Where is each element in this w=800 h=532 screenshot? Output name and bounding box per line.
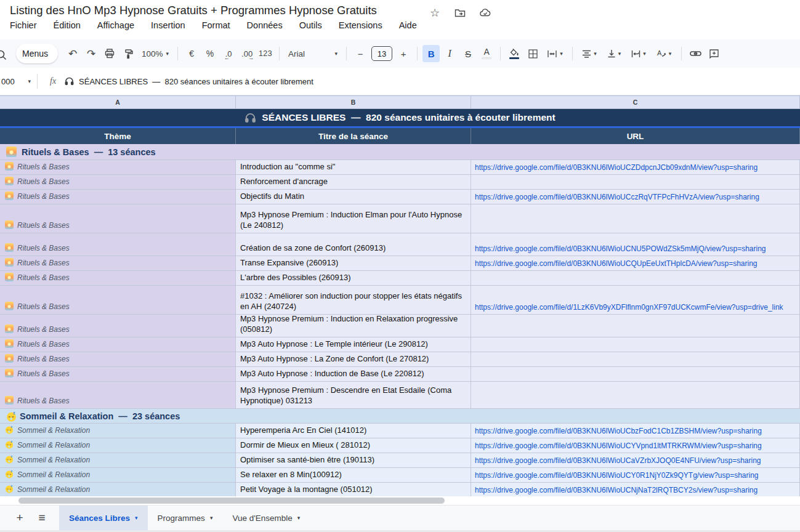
horizontal-align-button[interactable]: ▾ [578, 45, 601, 62]
theme-cell[interactable]: Rituels & Bases [0, 271, 236, 286]
url-cell[interactable]: https://drive.google.com/file/d/0B3KNU6l… [471, 468, 800, 483]
theme-cell[interactable]: Rituels & Bases [0, 367, 236, 382]
theme-cell[interactable]: Rituels & Bases [0, 352, 236, 367]
text-wrap-button[interactable]: ▾ [627, 45, 650, 62]
document-title[interactable]: Listing des HnO Mp3 Hypnose Gratuits + P… [10, 4, 377, 17]
menu-item-format[interactable]: Format [202, 20, 230, 30]
text-rotation-button[interactable]: A ▾ [652, 45, 676, 62]
drive-link[interactable]: https://drive.google.com/file/d/0B3KNU6l… [475, 163, 758, 172]
drive-link[interactable]: https://drive.google.com/file/d/0B3KNU6l… [475, 471, 759, 480]
theme-cell[interactable]: Rituels & Bases [0, 256, 236, 271]
column-header-a[interactable]: A [0, 96, 236, 108]
title-cell[interactable]: Introduction au "comme si" [236, 160, 471, 175]
all-sheets-button[interactable]: ≡ [33, 509, 51, 526]
section-header-sommeil[interactable]: zSommeil & Relaxation — 23 séances [0, 409, 800, 424]
title-cell[interactable]: Dormir de Mieux en Mieux ( 281012) [236, 438, 471, 453]
banner-row[interactable]: SÉANCES LIBRES — 820 séances unitaires à… [0, 109, 800, 126]
url-cell[interactable]: https://drive.google.com/file/d/1LzK6Vb9… [471, 286, 800, 315]
header-cell-titre-de-la-seance[interactable]: Titre de la séance [236, 128, 471, 144]
url-cell[interactable]: https://drive.google.com/file/d/0B3KNU6l… [471, 453, 800, 468]
number-format-button[interactable]: 123 [257, 45, 274, 62]
title-cell[interactable]: Création de sa zone de Confort (260913) [236, 233, 471, 256]
chevron-down-icon[interactable]: ▾ [210, 515, 213, 521]
increase-decimal-button[interactable]: .00→ [238, 45, 256, 62]
title-cell[interactable]: Renforcement d'ancrage [236, 175, 471, 190]
title-cell[interactable]: Mp3 Hypnose Premium : Descendre en Etat … [236, 382, 471, 409]
add-sheet-button[interactable]: + [11, 509, 28, 526]
theme-cell[interactable]: zSommeil & Relaxation [0, 483, 236, 498]
text-color-button[interactable]: A [478, 45, 495, 62]
url-cell[interactable] [471, 352, 800, 367]
title-cell[interactable]: L'arbre des Possibles (260913) [236, 271, 471, 286]
theme-cell[interactable]: zSommeil & Relaxation [0, 424, 236, 438]
format-currency-button[interactable]: € [183, 45, 200, 62]
increase-font-size-button[interactable]: + [395, 45, 412, 62]
theme-cell[interactable]: Rituels & Bases [0, 160, 236, 175]
vertical-align-button[interactable]: ▾ [602, 45, 626, 62]
url-cell[interactable]: https://drive.google.com/file/d/0B3KNU6l… [471, 438, 800, 453]
merge-cells-button[interactable]: ▾ [543, 45, 567, 62]
menu-item-affichage[interactable]: Affichage [97, 20, 134, 30]
title-cell[interactable]: Transe Expansive (260913) [236, 256, 471, 271]
horizontal-scrollbar[interactable] [18, 498, 445, 504]
url-cell[interactable] [471, 271, 800, 286]
borders-button[interactable] [524, 45, 541, 62]
drive-link[interactable]: https://drive.google.com/file/d/0B3KNU6l… [475, 486, 758, 495]
menus-pill-button[interactable]: Menus [16, 44, 58, 63]
theme-cell[interactable]: Rituels & Bases [0, 382, 236, 409]
italic-button[interactable]: I [441, 45, 458, 62]
theme-cell[interactable]: zSommeil & Relaxation [0, 468, 236, 483]
bold-button[interactable]: B [422, 45, 440, 62]
section-header-rituels[interactable]: Rituels & Bases — 13 séances [0, 144, 800, 160]
column-header-b[interactable]: B [236, 96, 471, 108]
title-cell[interactable]: Mp3 Auto Hypnose : La Zone de Confort (L… [236, 352, 471, 367]
insert-link-button[interactable] [687, 45, 704, 62]
drive-link[interactable]: https://drive.google.com/file/d/0B3KNU6l… [475, 193, 759, 202]
title-cell[interactable]: Mp3 Hypnose Premium : Induction Elman po… [236, 204, 471, 233]
sheet-tab-vue-d-ensemble[interactable]: Vue d'Ensemble▾ [222, 506, 310, 530]
url-cell[interactable]: https://drive.google.com/file/d/0B3KNU6l… [471, 160, 800, 175]
theme-cell[interactable]: Rituels & Bases [0, 337, 236, 352]
insert-comment-button[interactable] [705, 45, 722, 62]
theme-cell[interactable]: Rituels & Bases [0, 204, 236, 233]
url-cell[interactable]: https://drive.google.com/file/d/0B3KNU6l… [471, 190, 800, 204]
url-cell[interactable] [471, 315, 800, 337]
title-cell[interactable]: Mp3 Hypnose Premium : Induction en Relax… [236, 315, 471, 337]
chevron-down-icon[interactable]: ▾ [297, 515, 301, 521]
theme-cell[interactable]: Rituels & Bases [0, 233, 236, 256]
theme-cell[interactable]: Rituels & Bases [0, 175, 236, 190]
url-cell[interactable]: https://drive.google.com/file/d/0B3KNU6l… [471, 233, 800, 256]
drive-link[interactable]: https://drive.google.com/file/d/0B3KNU6l… [475, 441, 762, 451]
menu-item-fichier[interactable]: Fichier [10, 20, 37, 30]
drive-link[interactable]: https://drive.google.com/file/d/0B3KNU6l… [475, 244, 766, 254]
theme-cell[interactable]: Rituels & Bases [0, 190, 236, 204]
url-cell[interactable] [471, 337, 800, 352]
fill-color-button[interactable] [506, 45, 523, 62]
title-cell[interactable]: Hyperemperia Arc En Ciel (141012) [236, 424, 471, 438]
url-cell[interactable] [471, 382, 800, 409]
menu-item-insertion[interactable]: Insertion [151, 20, 185, 30]
strikethrough-button[interactable]: S [459, 45, 477, 62]
title-cell[interactable]: Petit Voyage à la montagne (051012) [236, 483, 471, 498]
star-icon[interactable]: ☆ [428, 6, 442, 20]
move-folder-icon[interactable] [453, 6, 467, 20]
url-cell[interactable] [471, 204, 800, 233]
drive-link[interactable]: https://drive.google.com/file/d/0B3KNU6l… [475, 427, 762, 436]
sheet-tab-seances-libres[interactable]: Séances Libres▾ [59, 506, 148, 530]
cloud-saved-icon[interactable] [479, 6, 492, 20]
sheet-tab-programmes[interactable]: Programmes▾ [148, 506, 223, 530]
theme-cell[interactable]: zSommeil & Relaxation [0, 438, 236, 453]
title-cell[interactable]: #1032 : Améliorer son induction pour sto… [236, 286, 471, 315]
drive-link[interactable]: https://drive.google.com/file/d/1LzK6Vb9… [475, 303, 783, 312]
url-cell[interactable]: https://drive.google.com/file/d/0B3KNU6l… [471, 256, 800, 271]
theme-cell[interactable]: Rituels & Bases [0, 315, 236, 337]
chevron-down-icon[interactable]: ▾ [135, 515, 138, 521]
header-cell-url[interactable]: URL [471, 128, 800, 144]
format-percent-button[interactable]: % [201, 45, 219, 62]
header-cell-theme[interactable]: Thème [0, 128, 236, 144]
undo-button[interactable]: ↶ [64, 45, 81, 62]
menu-item-outils[interactable]: Outils [299, 20, 322, 30]
paint-format-button[interactable] [119, 45, 137, 62]
decrease-decimal-button[interactable]: .0← [220, 45, 237, 62]
title-cell[interactable]: Se relaxer en 8 Min(100912) [236, 468, 471, 483]
